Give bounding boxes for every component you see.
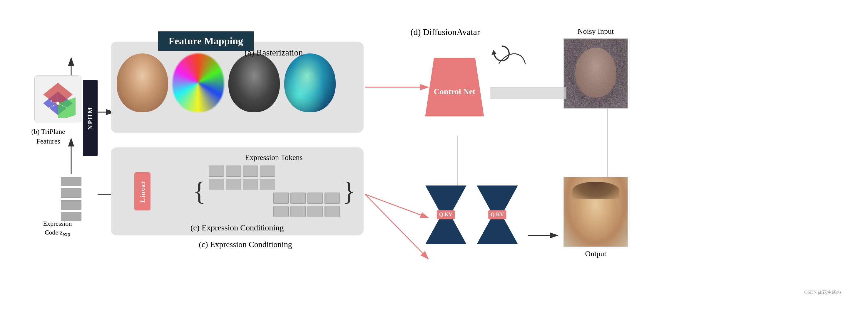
token-grid bbox=[209, 166, 340, 217]
token-cell bbox=[209, 179, 224, 190]
left-qkv-label: Q KV bbox=[437, 210, 455, 219]
svg-text:can: can bbox=[54, 101, 58, 104]
noisy-input-container: Noisy Input bbox=[563, 27, 628, 109]
expression-panel: (c) Expression Conditioning Linear Expre… bbox=[111, 147, 364, 235]
token-cell bbox=[324, 193, 340, 204]
circular-arrow bbox=[490, 42, 514, 65]
token-cell bbox=[226, 179, 241, 190]
expression-tokens-area: Expression Tokens { bbox=[193, 153, 355, 217]
rasterization-panel bbox=[111, 42, 364, 133]
token-cell bbox=[324, 206, 340, 217]
triplane-cube: x can bbox=[34, 75, 82, 123]
section-c-inside: (c) Expression Conditioning bbox=[190, 223, 284, 233]
token-cell bbox=[273, 206, 289, 217]
output-photo bbox=[563, 177, 628, 247]
svg-line-12 bbox=[365, 194, 428, 259]
expr-block-1 bbox=[61, 177, 82, 186]
right-attention-block: Q KV bbox=[477, 182, 518, 247]
output-label: Output bbox=[585, 249, 606, 258]
feature-mapping-box: Feature Mapping bbox=[158, 31, 254, 51]
face-render-4 bbox=[284, 54, 336, 112]
feature-mapping-label: Feature Mapping bbox=[169, 36, 243, 46]
section-c-label: (c) Expression Conditioning bbox=[199, 240, 292, 249]
token-cell bbox=[243, 166, 258, 177]
token-cell bbox=[260, 179, 275, 190]
noisy-input-photo bbox=[563, 38, 628, 109]
right-qkv-label: Q KV bbox=[488, 210, 506, 219]
token-cell bbox=[290, 193, 306, 204]
token-cell bbox=[243, 179, 258, 190]
full-diagram: Feature Mapping (a) Rasterization (b) Tr… bbox=[23, 12, 846, 300]
left-bracket: { bbox=[193, 178, 206, 205]
token-cell bbox=[307, 206, 323, 217]
expression-code-label: ExpressionCode zexp bbox=[43, 219, 72, 239]
svg-line-11 bbox=[365, 194, 428, 218]
token-cell bbox=[273, 193, 289, 204]
token-cell bbox=[260, 166, 275, 177]
nphm-block: NPHM bbox=[83, 80, 98, 156]
triplane-label: (b) TriPlaneFeatures bbox=[31, 127, 65, 146]
linear-block: Linear bbox=[134, 172, 151, 210]
svg-text:x: x bbox=[50, 98, 53, 103]
output-container: Output bbox=[563, 177, 628, 258]
face-render-3 bbox=[228, 54, 280, 112]
token-cell bbox=[209, 166, 224, 177]
expression-code-blocks bbox=[61, 177, 82, 221]
controlnet-block: Control Net bbox=[425, 58, 484, 116]
face-render-2 bbox=[173, 54, 224, 112]
connection-rect bbox=[490, 87, 566, 99]
face-render-1 bbox=[117, 54, 168, 112]
expr-block-3 bbox=[61, 200, 82, 210]
right-bracket: } bbox=[343, 178, 355, 205]
controlnet-label: Control Net bbox=[434, 78, 475, 96]
token-cell bbox=[290, 206, 306, 217]
watermark: CSDN @花生酱の bbox=[804, 289, 841, 296]
triplane-svg: x can bbox=[37, 80, 79, 118]
expression-tokens-title: Expression Tokens bbox=[193, 153, 355, 162]
main-container: Feature Mapping (a) Rasterization (b) Tr… bbox=[0, 0, 868, 312]
noisy-input-label: Noisy Input bbox=[578, 27, 614, 36]
left-attention-block: Q KV bbox=[425, 182, 466, 247]
section-d-label: (d) DiffusionAvatar bbox=[411, 27, 480, 37]
token-cell bbox=[226, 166, 241, 177]
token-cell bbox=[307, 193, 323, 204]
expr-block-2 bbox=[61, 188, 82, 198]
svg-marker-25 bbox=[492, 50, 496, 55]
